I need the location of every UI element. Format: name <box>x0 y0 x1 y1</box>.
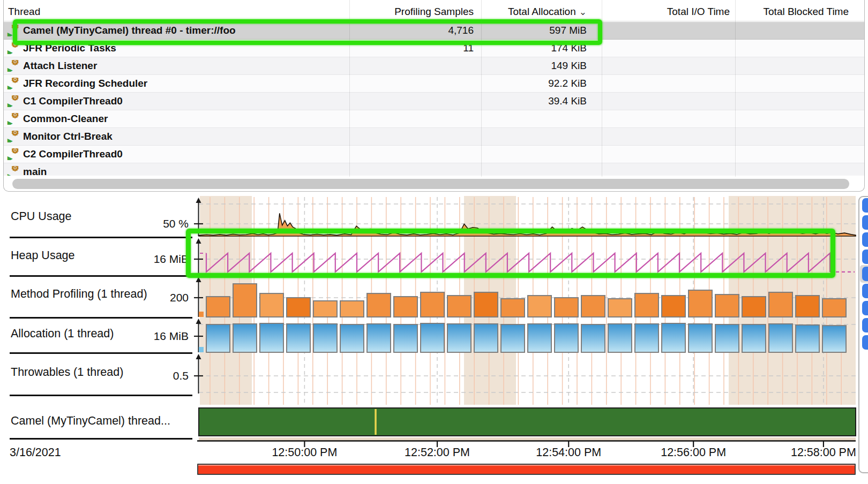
allocation-bar <box>421 323 444 352</box>
method-profiling-bar <box>769 292 792 317</box>
lane-axis-tick-allocation: 16 MiB <box>114 330 189 343</box>
lane-toggle-button[interactable] <box>862 301 868 315</box>
method-profiling-bar <box>313 301 337 317</box>
allocation-bar <box>555 324 578 352</box>
method-profiling-bar <box>635 293 659 317</box>
lane-toggle-button[interactable] <box>862 267 868 281</box>
method-profiling-bar <box>608 299 632 317</box>
allocation-bar <box>769 324 792 352</box>
method-profiling-bar <box>367 293 391 317</box>
allocation-bar <box>313 324 337 352</box>
allocation-bar <box>394 324 417 352</box>
method-profiling-bar <box>501 299 525 317</box>
allocation-bar <box>581 324 605 352</box>
method-profiling-bar <box>206 297 230 317</box>
time-axis-label: 12:54:00 PM <box>510 446 627 459</box>
lane-toggle-button[interactable] <box>862 318 868 332</box>
method-profiling-bar <box>822 299 846 317</box>
lane-label-camel-thread: Camel (MyTinyCamel) thread... <box>11 414 170 428</box>
lane-divider <box>10 317 192 319</box>
lane-axis-tick-method: 200 <box>114 291 189 304</box>
time-axis-label: 12:52:00 PM <box>378 446 496 459</box>
method-profiling-bar <box>555 298 578 317</box>
method-profiling-bar <box>689 290 712 317</box>
lane-toggle-button[interactable] <box>862 335 868 350</box>
timeline-chart[interactable] <box>0 0 868 484</box>
date-label: 3/16/2021 <box>10 446 61 459</box>
allocation-bar <box>474 324 498 352</box>
method-profiling-bar <box>715 294 739 317</box>
allocation-bar <box>287 324 310 352</box>
lane-toggle-button[interactable] <box>862 198 868 213</box>
method-profiling-bar <box>394 297 417 317</box>
method-profiling-bar <box>260 293 283 317</box>
method-profiling-bar <box>474 292 498 317</box>
timeline-zoom-scrollbar[interactable] <box>197 464 856 475</box>
chart-lane-buttons-panel <box>858 196 868 473</box>
lane-axis-tick-heap: 16 MiB <box>114 253 189 266</box>
method-profiling-bar <box>421 292 444 317</box>
allocation-bar <box>447 324 471 352</box>
lane-divider <box>10 237 192 238</box>
lane-toggle-button[interactable] <box>862 284 868 298</box>
lane-divider <box>10 395 192 396</box>
allocation-bar <box>608 324 632 352</box>
allocation-bar <box>742 324 766 352</box>
method-profiling-bar <box>340 301 364 317</box>
time-axis-label: 12:58:00 PM <box>765 446 868 459</box>
allocation-bar <box>635 324 659 352</box>
lane-divider <box>10 438 192 440</box>
method-profiling-bar <box>233 284 257 317</box>
lane-toggle-button[interactable] <box>862 232 868 247</box>
method-profiling-bar <box>447 296 471 317</box>
allocation-bar <box>689 324 712 352</box>
lane-axis-tick-throwables: 0.5 <box>114 369 189 382</box>
allocation-bar <box>340 324 364 352</box>
lane-label-cpu-usage: CPU Usage <box>11 210 72 223</box>
allocation-bar <box>662 323 685 352</box>
method-profiling-bar <box>662 296 685 317</box>
method-profiling-bar <box>528 296 551 317</box>
allocation-bar <box>367 324 391 352</box>
allocation-bar <box>715 324 739 352</box>
lane-label-allocation: Allocation (1 thread) <box>11 327 114 341</box>
allocation-bar <box>796 325 819 352</box>
method-profiling-bar <box>796 296 819 317</box>
allocation-bar <box>260 323 283 352</box>
method-profiling-bar <box>287 298 310 317</box>
lane-label-throwables: Throwables (1 thread) <box>11 366 123 379</box>
lane-label-heap-usage: Heap Usage <box>11 249 75 262</box>
allocation-bar <box>501 324 525 352</box>
lane-divider <box>10 352 192 354</box>
lane-toggle-button[interactable] <box>862 215 868 230</box>
time-axis-label: 12:50:00 PM <box>245 446 363 459</box>
thread-event-marker <box>375 409 377 435</box>
allocation-bar <box>822 326 846 352</box>
allocation-bar <box>206 324 230 352</box>
allocation-bar <box>528 324 551 352</box>
thread-activity-band <box>199 408 856 436</box>
method-profiling-bar <box>581 296 605 317</box>
time-axis-label: 12:56:00 PM <box>634 446 752 459</box>
lane-toggle-button[interactable] <box>862 249 868 264</box>
lane-divider <box>10 275 192 277</box>
allocation-bar <box>233 324 257 352</box>
lane-axis-tick-cpu: 50 % <box>114 217 189 230</box>
method-profiling-bar <box>742 297 766 317</box>
